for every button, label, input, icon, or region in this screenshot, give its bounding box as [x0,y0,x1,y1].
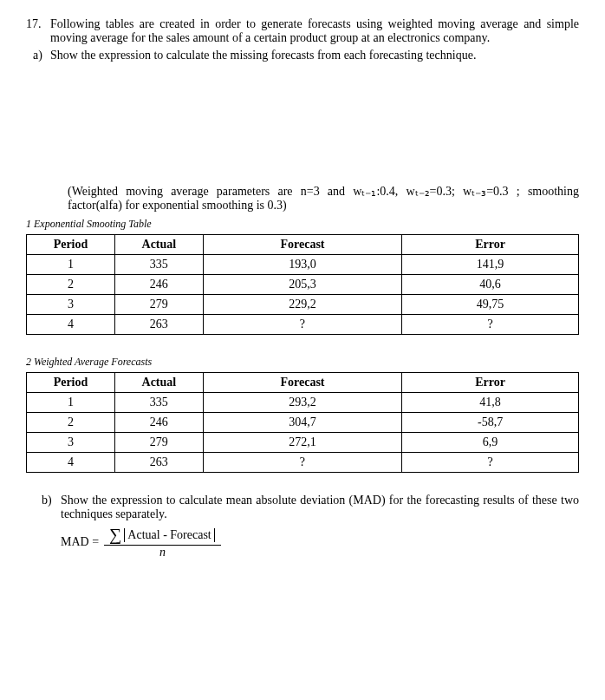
cell-period: 2 [27,275,115,295]
question-text: Following tables are created in order to… [50,17,579,45]
cell-forecast: 229,2 [203,295,401,315]
table-header-row: Period Actual Forecast Error [27,235,579,255]
table-header-row: Period Actual Forecast Error [27,373,579,393]
table-row: 1 335 293,2 41,8 [27,393,579,413]
cell-period: 1 [27,255,115,275]
cell-error: ? [402,453,579,473]
header-error: Error [402,373,579,393]
cell-forecast: 293,2 [203,393,401,413]
part-b-marker: b) [42,494,61,521]
table-row: 1 335 193,0 141,9 [27,255,579,275]
cell-actual: 279 [114,295,203,315]
table2-caption: 2 Weighted Average Forecasts [26,356,579,369]
cell-actual: 263 [114,315,203,335]
header-period: Period [27,373,115,393]
formula-abs: Actual - Forecast [124,528,214,542]
cell-period: 4 [27,315,115,335]
cell-period: 2 [27,413,115,433]
cell-actual: 335 [114,393,203,413]
cell-error: 6,9 [402,433,579,453]
cell-forecast: ? [203,315,401,335]
cell-error: -58,7 [402,413,579,433]
table1-caption: 1 Exponential Smooting Table [26,218,579,231]
part-a-text: Show the expression to calculate the mis… [50,49,579,62]
cell-actual: 246 [114,275,203,295]
table-row: 3 279 272,1 6,9 [27,433,579,453]
cell-period: 1 [27,393,115,413]
cell-actual: 335 [114,255,203,275]
cell-actual: 246 [114,413,203,433]
cell-period: 3 [27,295,115,315]
formula-denominator: n [154,546,171,559]
table-row: 4 263 ? ? [27,453,579,473]
table-row: 2 246 205,3 40,6 [27,275,579,295]
cell-error: ? [402,315,579,335]
cell-period: 3 [27,433,115,453]
header-actual: Actual [114,373,203,393]
table-weighted-average: Period Actual Forecast Error 1 335 293,2… [26,372,579,473]
question-number: 17. [26,17,50,45]
table-row: 4 263 ? ? [27,315,579,335]
part-a-marker: a) [33,49,50,62]
cell-actual: 279 [114,433,203,453]
table-row: 2 246 304,7 -58,7 [27,413,579,433]
cell-forecast: 304,7 [203,413,401,433]
part-b-text: Show the expression to calculate mean ab… [61,494,579,521]
cell-period: 4 [27,453,115,473]
cell-forecast: ? [203,453,401,473]
formula-lhs: MAD = [61,535,99,549]
mad-formula: MAD = ∑ Actual - Forecast n [61,525,579,559]
header-forecast: Forecast [203,235,401,255]
cell-error: 40,6 [402,275,579,295]
cell-forecast: 193,0 [203,255,401,275]
table-exponential-smoothing: Period Actual Forecast Error 1 335 193,0… [26,234,579,335]
table-row: 3 279 229,2 49,75 [27,295,579,315]
header-error: Error [402,235,579,255]
cell-actual: 263 [114,453,203,473]
cell-forecast: 205,3 [203,275,401,295]
cell-error: 49,75 [402,295,579,315]
cell-error: 41,8 [402,393,579,413]
cell-error: 141,9 [402,255,579,275]
header-period: Period [27,235,115,255]
parameter-text: (Weighted moving average parameters are … [68,184,579,213]
cell-forecast: 272,1 [203,433,401,453]
sigma-symbol: ∑ [109,525,121,545]
header-actual: Actual [114,235,203,255]
header-forecast: Forecast [203,373,401,393]
